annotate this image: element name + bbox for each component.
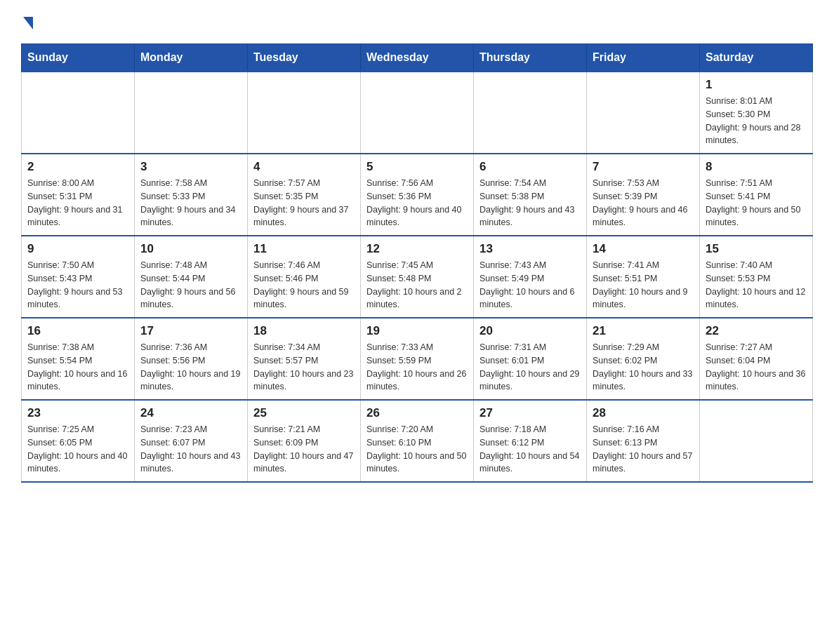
calendar-header-tuesday: Tuesday	[248, 44, 361, 72]
calendar-day-cell: 1Sunrise: 8:01 AM Sunset: 5:30 PM Daylig…	[700, 72, 813, 154]
calendar-header-friday: Friday	[587, 44, 700, 72]
day-info: Sunrise: 7:38 AM Sunset: 5:54 PM Dayligh…	[27, 341, 128, 394]
day-number: 11	[253, 242, 355, 256]
day-info: Sunrise: 7:43 AM Sunset: 5:49 PM Dayligh…	[479, 259, 581, 311]
logo	[21, 14, 33, 29]
day-number: 12	[366, 242, 468, 256]
day-number: 1	[706, 78, 807, 92]
calendar-day-cell: 4Sunrise: 7:57 AM Sunset: 5:35 PM Daylig…	[248, 154, 361, 236]
day-info: Sunrise: 7:54 AM Sunset: 5:38 PM Dayligh…	[479, 177, 581, 229]
day-number: 6	[479, 160, 581, 174]
calendar-day-cell: 6Sunrise: 7:54 AM Sunset: 5:38 PM Daylig…	[474, 154, 587, 236]
calendar-day-cell: 15Sunrise: 7:40 AM Sunset: 5:53 PM Dayli…	[700, 236, 813, 318]
day-info: Sunrise: 7:41 AM Sunset: 5:51 PM Dayligh…	[593, 259, 694, 311]
calendar-day-cell: 27Sunrise: 7:18 AM Sunset: 6:12 PM Dayli…	[474, 400, 587, 482]
day-number: 4	[253, 160, 355, 174]
calendar-day-cell: 18Sunrise: 7:34 AM Sunset: 5:57 PM Dayli…	[248, 318, 361, 400]
day-info: Sunrise: 7:33 AM Sunset: 5:59 PM Dayligh…	[366, 341, 468, 394]
day-info: Sunrise: 7:27 AM Sunset: 6:04 PM Dayligh…	[706, 341, 807, 394]
day-number: 9	[27, 242, 128, 256]
calendar-week-row: 9Sunrise: 7:50 AM Sunset: 5:43 PM Daylig…	[22, 236, 813, 318]
calendar-day-cell: 8Sunrise: 7:51 AM Sunset: 5:41 PM Daylig…	[700, 154, 813, 236]
calendar-day-cell: 20Sunrise: 7:31 AM Sunset: 6:01 PM Dayli…	[474, 318, 587, 400]
day-number: 23	[27, 406, 128, 420]
day-number: 17	[140, 324, 241, 338]
calendar-day-cell	[22, 72, 135, 154]
day-info: Sunrise: 7:16 AM Sunset: 6:13 PM Dayligh…	[593, 423, 694, 476]
calendar-day-cell	[248, 72, 361, 154]
calendar-day-cell: 22Sunrise: 7:27 AM Sunset: 6:04 PM Dayli…	[700, 318, 813, 400]
calendar-week-row: 16Sunrise: 7:38 AM Sunset: 5:54 PM Dayli…	[22, 318, 813, 400]
calendar-week-row: 1Sunrise: 8:01 AM Sunset: 5:30 PM Daylig…	[22, 72, 813, 154]
calendar-week-row: 23Sunrise: 7:25 AM Sunset: 6:05 PM Dayli…	[22, 400, 813, 482]
day-info: Sunrise: 7:51 AM Sunset: 5:41 PM Dayligh…	[706, 177, 807, 229]
day-info: Sunrise: 7:23 AM Sunset: 6:07 PM Dayligh…	[140, 423, 241, 476]
calendar-day-cell: 2Sunrise: 8:00 AM Sunset: 5:31 PM Daylig…	[22, 154, 135, 236]
calendar-table: SundayMondayTuesdayWednesdayThursdayFrid…	[21, 43, 813, 483]
day-info: Sunrise: 7:48 AM Sunset: 5:44 PM Dayligh…	[140, 259, 241, 311]
day-info: Sunrise: 7:58 AM Sunset: 5:33 PM Dayligh…	[140, 177, 241, 229]
day-info: Sunrise: 7:18 AM Sunset: 6:12 PM Dayligh…	[479, 423, 581, 476]
calendar-day-cell: 16Sunrise: 7:38 AM Sunset: 5:54 PM Dayli…	[22, 318, 135, 400]
day-number: 2	[27, 160, 128, 174]
calendar-day-cell: 26Sunrise: 7:20 AM Sunset: 6:10 PM Dayli…	[361, 400, 474, 482]
calendar-day-cell: 12Sunrise: 7:45 AM Sunset: 5:48 PM Dayli…	[361, 236, 474, 318]
day-info: Sunrise: 7:56 AM Sunset: 5:36 PM Dayligh…	[366, 177, 468, 229]
calendar-day-cell: 23Sunrise: 7:25 AM Sunset: 6:05 PM Dayli…	[22, 400, 135, 482]
day-number: 3	[140, 160, 241, 174]
day-info: Sunrise: 8:00 AM Sunset: 5:31 PM Dayligh…	[27, 177, 128, 229]
calendar-day-cell: 13Sunrise: 7:43 AM Sunset: 5:49 PM Dayli…	[474, 236, 587, 318]
calendar-header-saturday: Saturday	[700, 44, 813, 72]
day-number: 10	[140, 242, 241, 256]
day-info: Sunrise: 7:34 AM Sunset: 5:57 PM Dayligh…	[253, 341, 355, 394]
day-info: Sunrise: 7:57 AM Sunset: 5:35 PM Dayligh…	[253, 177, 355, 229]
calendar-day-cell: 17Sunrise: 7:36 AM Sunset: 5:56 PM Dayli…	[135, 318, 248, 400]
calendar-day-cell: 21Sunrise: 7:29 AM Sunset: 6:02 PM Dayli…	[587, 318, 700, 400]
day-number: 19	[366, 324, 468, 338]
day-info: Sunrise: 7:45 AM Sunset: 5:48 PM Dayligh…	[366, 259, 468, 311]
day-number: 13	[479, 242, 581, 256]
calendar-day-cell	[587, 72, 700, 154]
day-info: Sunrise: 7:20 AM Sunset: 6:10 PM Dayligh…	[366, 423, 468, 476]
day-number: 28	[593, 406, 694, 420]
calendar-header-monday: Monday	[135, 44, 248, 72]
logo-triangle-icon	[23, 17, 33, 29]
calendar-day-cell	[135, 72, 248, 154]
day-number: 21	[593, 324, 694, 338]
day-number: 8	[706, 160, 807, 174]
day-info: Sunrise: 7:36 AM Sunset: 5:56 PM Dayligh…	[140, 341, 241, 394]
day-number: 25	[253, 406, 355, 420]
calendar-day-cell: 14Sunrise: 7:41 AM Sunset: 5:51 PM Dayli…	[587, 236, 700, 318]
calendar-day-cell: 28Sunrise: 7:16 AM Sunset: 6:13 PM Dayli…	[587, 400, 700, 482]
day-info: Sunrise: 7:31 AM Sunset: 6:01 PM Dayligh…	[479, 341, 581, 394]
page-header	[21, 14, 813, 29]
day-info: Sunrise: 7:29 AM Sunset: 6:02 PM Dayligh…	[593, 341, 694, 394]
day-number: 27	[479, 406, 581, 420]
day-number: 24	[140, 406, 241, 420]
day-info: Sunrise: 7:46 AM Sunset: 5:46 PM Dayligh…	[253, 259, 355, 311]
calendar-day-cell	[700, 400, 813, 482]
calendar-day-cell: 10Sunrise: 7:48 AM Sunset: 5:44 PM Dayli…	[135, 236, 248, 318]
day-info: Sunrise: 7:50 AM Sunset: 5:43 PM Dayligh…	[27, 259, 128, 311]
calendar-header-wednesday: Wednesday	[361, 44, 474, 72]
calendar-day-cell: 19Sunrise: 7:33 AM Sunset: 5:59 PM Dayli…	[361, 318, 474, 400]
day-number: 14	[593, 242, 694, 256]
calendar-day-cell	[474, 72, 587, 154]
day-number: 15	[706, 242, 807, 256]
day-info: Sunrise: 8:01 AM Sunset: 5:30 PM Dayligh…	[706, 95, 807, 147]
day-info: Sunrise: 7:25 AM Sunset: 6:05 PM Dayligh…	[27, 423, 128, 476]
calendar-day-cell: 24Sunrise: 7:23 AM Sunset: 6:07 PM Dayli…	[135, 400, 248, 482]
calendar-header-thursday: Thursday	[474, 44, 587, 72]
calendar-day-cell: 3Sunrise: 7:58 AM Sunset: 5:33 PM Daylig…	[135, 154, 248, 236]
day-number: 18	[253, 324, 355, 338]
calendar-day-cell: 25Sunrise: 7:21 AM Sunset: 6:09 PM Dayli…	[248, 400, 361, 482]
day-number: 5	[366, 160, 468, 174]
day-info: Sunrise: 7:21 AM Sunset: 6:09 PM Dayligh…	[253, 423, 355, 476]
day-number: 22	[706, 324, 807, 338]
calendar-day-cell	[361, 72, 474, 154]
calendar-header-sunday: Sunday	[22, 44, 135, 72]
day-number: 20	[479, 324, 581, 338]
calendar-day-cell: 11Sunrise: 7:46 AM Sunset: 5:46 PM Dayli…	[248, 236, 361, 318]
day-number: 7	[593, 160, 694, 174]
day-info: Sunrise: 7:40 AM Sunset: 5:53 PM Dayligh…	[706, 259, 807, 311]
